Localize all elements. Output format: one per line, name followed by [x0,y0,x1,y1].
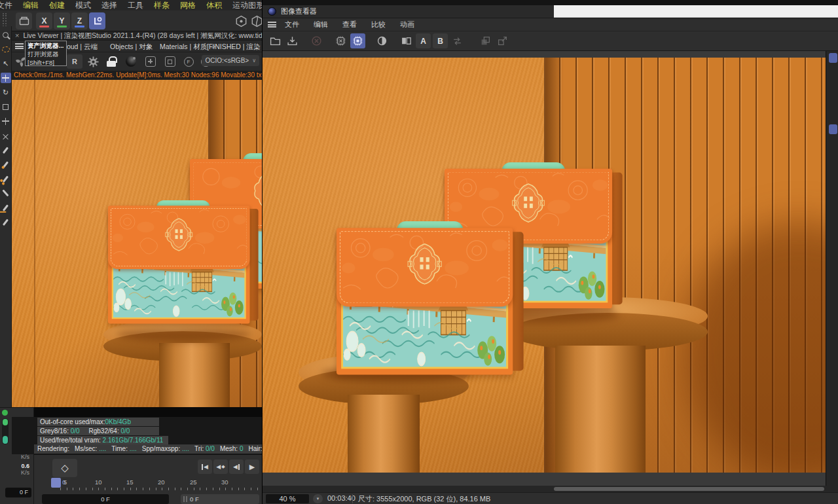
hamburger-menu-icon[interactable] [15,43,24,49]
channels-stat: Grey8/16: 0/0 Rgb32/64: 0/0 [37,427,159,435]
rendered-image[interactable] [263,58,826,473]
menu-spline[interactable]: 样条 [149,0,175,11]
keyframe-diamond-button[interactable]: ◇ [52,459,77,477]
main-toolbar: X Y Z [0,10,262,31]
pv-menu-edit[interactable]: 编辑 [308,20,334,29]
menu-mode[interactable]: 模式 [70,0,96,11]
settings-gear-icon[interactable] [85,54,101,69]
current-frame-field[interactable]: 0 F [42,494,169,504]
z-axis-label: Z [71,12,88,29]
spline-arc-icon[interactable] [1,202,11,213]
menu-create[interactable]: 创建 [44,0,70,11]
spline-pen-icon[interactable] [1,145,11,155]
x-axis-button[interactable]: X [36,12,52,29]
workplane-axis-icon [92,16,103,27]
filter-contrast-button[interactable] [374,33,390,48]
panel-button-fragment[interactable] [829,124,837,134]
z-axis-button[interactable]: Z [71,12,88,29]
goto-start-button[interactable]: ◀ [198,459,212,474]
render-finished-badge: [FINISHED | 渲染 [207,43,262,52]
pv-menu-compare[interactable]: 比较 [365,20,392,29]
ram-clear-button[interactable] [333,33,348,48]
image-info: 尺寸: 3555x2000, RGB (32 位), 84.16 MB [358,494,490,504]
focus-pick-button[interactable]: F [181,54,196,69]
prev-frame-button[interactable]: ◀ [229,459,244,474]
horizontal-scrollbar[interactable] [263,486,838,492]
pv-menu-file[interactable]: 文件 [279,20,305,29]
picture-viewer-window: 图像查看器 文件 编辑 查看 比较 动画 [262,0,838,504]
ram-player-button[interactable] [350,33,365,48]
c4d-logo-icon [268,7,276,16]
menu-file[interactable]: 文件 [0,0,18,11]
region-render-button[interactable]: R [67,54,82,69]
coordinate-system-button[interactable] [89,12,105,29]
archive-box-icon [18,15,30,27]
lv-menu-objects[interactable]: Objects | 对象 [110,43,153,52]
pedestal-column [348,395,420,473]
menu-edit[interactable]: 编辑 [18,0,44,11]
axis-scale-icon[interactable] [1,130,11,141]
pen-variant-icon[interactable] [1,217,11,227]
set-image-a-button[interactable]: A [416,33,431,48]
playhead-marker[interactable] [51,478,61,488]
picture-viewer-statusbar: 40 % ▾ 00:03:40 尺寸: 3555x2000, RGB (32 位… [263,492,838,504]
asset-box-button[interactable] [16,12,32,29]
menu-select[interactable]: 选择 [96,0,122,11]
lock-icon [107,56,116,67]
hexagon-sphere-button[interactable] [233,12,249,29]
live-viewer-viewport[interactable] [12,80,262,407]
lv-menu-materials[interactable]: Materials | 材质 [160,43,207,52]
tick-label: 10 [95,478,102,486]
picture-viewer-titlebar[interactable]: 图像查看器 [263,5,838,18]
tick-label: 30 [221,478,228,486]
close-tab-icon[interactable]: × [15,32,19,39]
animation-timeline: ◇ ◀ ◀◆ ◀ ▶ 0 5 10 15 20 25 30 0 F 0 F [34,454,262,504]
lock-resolution-button[interactable] [103,54,119,69]
axis-move-icon[interactable] [1,116,11,126]
y-axis-button[interactable]: Y [54,12,70,29]
stop-render-button [309,33,324,48]
picture-viewer-menubar: 文件 编辑 查看 比较 动画 [263,18,838,31]
frame-mini-field[interactable]: 0 F [5,488,31,497]
zoom-dropdown-button[interactable]: ▾ [313,494,323,503]
left-tool-strip: ↖ ↻ [0,26,12,407]
spline-smooth-icon[interactable] [1,173,11,184]
play-button[interactable]: ▶ [245,459,259,474]
vram-gauge [2,418,9,444]
tick-label: 20 [158,478,165,486]
layers-icon [480,35,491,46]
material-ball-button[interactable] [123,54,139,69]
open-folder-button[interactable] [268,33,283,48]
rotate-tool-icon[interactable]: ↻ [1,87,11,98]
sub-region-button[interactable] [162,54,178,69]
timeline-ruler[interactable]: 0 5 10 15 20 25 30 [34,478,262,493]
ab-compare-button[interactable] [399,33,414,48]
scale-tool-icon[interactable] [1,101,11,112]
sketch-pen-icon[interactable] [1,159,11,170]
menu-tools[interactable]: 工具 [122,0,149,11]
copy-layers-button [478,33,493,48]
add-region-button[interactable] [143,54,158,69]
range-slider-field[interactable]: 0 F [181,494,259,504]
ocio-colorspace-dropdown[interactable]: OCIO:<sRGB> ∨ [202,55,259,66]
panel-button-fragment[interactable] [829,53,837,63]
pv-menu-animation[interactable]: 动画 [394,20,420,29]
hamburger-menu-icon[interactable] [268,22,276,27]
save-image-button[interactable] [285,33,300,48]
prev-key-button[interactable]: ◀◆ [213,459,228,474]
box-flap [108,206,249,269]
pv-menu-view[interactable]: 查看 [337,20,363,29]
knife-tool-icon[interactable] [1,188,11,198]
menu-mesh[interactable]: 网格 [175,0,201,11]
live-viewer-tab-title[interactable]: Live Viewer | 渲染视图Studio 2021.1.4-(R4) (… [23,31,262,41]
move-tool-icon[interactable] [1,73,11,83]
menu-volume[interactable]: 体积 [201,0,227,11]
search-icon[interactable] [1,29,11,40]
zoom-level-field[interactable]: 40 % [266,494,309,503]
x-circle-icon [311,35,322,46]
scrollbar-thumb[interactable] [554,487,824,491]
box-shadow [117,327,251,342]
lasso-select-icon[interactable] [1,44,11,54]
select-arrow-icon[interactable]: ↖ [1,58,11,69]
set-image-b-button[interactable]: B [433,33,448,48]
